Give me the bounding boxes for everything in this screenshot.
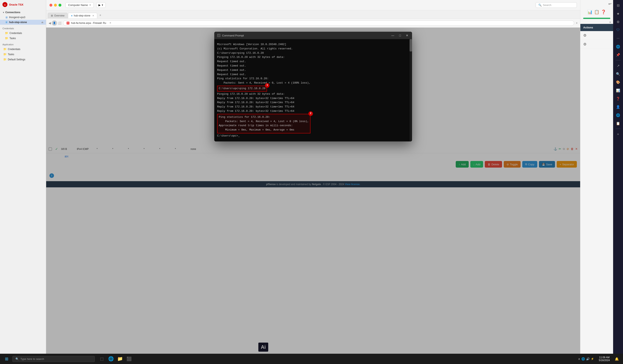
minimize-button[interactable] (54, 4, 57, 7)
ext-color-icon[interactable]: 🎨 (614, 78, 622, 86)
tray-battery-icon[interactable]: ⚡ (591, 357, 594, 360)
ext-more-icon[interactable]: ··· (614, 35, 622, 42)
taskbar-search[interactable]: 🔍 Type here to search (12, 356, 95, 362)
search-bar[interactable]: 🔍 Search (536, 2, 577, 8)
ext-star-icon[interactable]: ★ (614, 10, 622, 17)
folder-icon-4: 📁 (3, 53, 7, 56)
tab-hub-step-stone[interactable]: ● hub-step-stone ✕ (68, 13, 97, 18)
sidebar: ▲ Oracle TSX ▼ Connections 🖥 ihoogend-vp… (0, 0, 46, 364)
cmd-stats-4: Minimum = 0ms, Maximum = 0ms, Average = … (219, 128, 309, 132)
cmd-line-19: Reply from 172.16.0.20: bytes=32 time<1m… (217, 105, 409, 109)
cmd-maximize-btn[interactable]: □ (399, 34, 402, 37)
sidebar-item-tasks-1[interactable]: 📁 Tasks (0, 36, 46, 41)
badge-1: 1 (265, 83, 269, 88)
play-button[interactable]: ▶ ▼ (96, 2, 106, 8)
ext-divider-2 (616, 129, 621, 129)
close-button[interactable] (49, 4, 52, 7)
actions-return-btn[interactable]: ↩ (608, 2, 611, 6)
cmd-close-btn[interactable]: ✕ (405, 34, 409, 37)
ext-forward-icon[interactable]: ↗ (614, 62, 622, 69)
sidebar-item-hub[interactable]: 🖥 hub-step-stone ⏏ (0, 20, 46, 25)
tray-area: ∧ 🌐 🔊 ⚡ (578, 357, 594, 361)
cmd-prompt-end: C:\Users\opc>_ (217, 134, 409, 138)
add-page-btn[interactable]: + (576, 21, 578, 25)
tray-up-icon[interactable]: ∧ (578, 357, 580, 361)
ext-search-ext-icon[interactable]: 🔍 (614, 70, 622, 78)
credentials-label: Credentials (9, 32, 22, 35)
connections-header[interactable]: ▼ Connections (0, 10, 46, 15)
browser-profile-btn[interactable]: 👤 (52, 20, 57, 26)
ext-add-icon[interactable]: + (614, 130, 622, 138)
start-button[interactable]: ⊞ (2, 355, 11, 363)
computer-name-selector[interactable]: Computer Name ▼ (66, 2, 94, 8)
tab-overview[interactable]: ⊞ Overview (48, 13, 67, 18)
sidebar-item-label-2: hub-step-stone (9, 21, 27, 24)
browser-new-tab-btn[interactable]: ⬜ (58, 21, 61, 25)
cmd-line-8: Request timed out. (217, 64, 409, 68)
taskbar-clock[interactable]: 11:09 AM 5/16/2024 (597, 356, 611, 362)
cmd-overlay: ⬛ Command Prompt — □ ✕ Microsoft Windows… (46, 28, 580, 364)
url-close-icon[interactable]: ✕ (109, 21, 111, 24)
ext-azure-icon[interactable]: 🌐 (614, 111, 622, 119)
edge-icon: 🌐 (108, 356, 114, 362)
folder-icon-1: 📁 (5, 31, 8, 35)
browser-bar: ◀ 👤 ⬜ 🛡 hub-fw.home.arpa - Firewall: Ru … (46, 19, 580, 28)
maximize-button[interactable] (59, 4, 61, 7)
cmd-titlebar: ⬛ Command Prompt — □ ✕ (214, 32, 412, 39)
help-icon[interactable]: ❓ (601, 9, 606, 14)
tray-network-icon[interactable]: 🌐 (581, 357, 585, 361)
taskbar-task-view[interactable]: ⬚ (98, 355, 106, 363)
action-item-1[interactable]: ⚙ (580, 31, 613, 40)
taskbar-edge[interactable]: 🌐 (107, 355, 114, 363)
tray-volume-icon[interactable]: 🔊 (586, 357, 590, 361)
ext-question-icon[interactable]: ❓ (614, 95, 622, 102)
notifications-icon[interactable]: 🔔 (613, 355, 621, 363)
taskbar-terminal[interactable]: ⬛ (125, 355, 133, 363)
cmd-line-17: Reply from 172.16.0.20: bytes=32 time<1m… (217, 96, 409, 101)
close-row: ✕ (580, 21, 613, 24)
add-tab-button[interactable]: + (98, 12, 103, 18)
bar-chart-icon[interactable]: 📊 (587, 9, 593, 14)
ext-columns-icon[interactable]: ⊟ (614, 2, 622, 9)
taskbar-explorer[interactable]: 📁 (116, 355, 124, 363)
app-credentials-label: Credentials (8, 48, 20, 51)
top-bar: Computer Name ▼ ▶ ▼ 🔍 Search (46, 0, 580, 10)
highlight-box-1: C:\Users\opc>ping 172.16.0.20 1 (217, 86, 267, 92)
ext-chart-icon[interactable]: 📊 (614, 87, 622, 94)
cmd-line-13: Packets: Sent = 4, Received = 0, Lost = … (217, 81, 409, 85)
scrollbar-thumb[interactable] (410, 39, 412, 51)
clock-date: 5/16/2024 (599, 359, 610, 362)
connections-label: Connections (5, 11, 20, 14)
ext-edge-icon[interactable]: 🌐 (614, 43, 622, 50)
server-icon-2: 🖥 (5, 21, 8, 24)
cmd-stats-1: Ping statistics for 172.16.0.20: (219, 115, 309, 119)
cmd-line-4: C:\Users\opc>ping 172.16.0.20 (217, 51, 409, 55)
browser-extensions-sidebar: ⊟ ★ ⚙ 🛡 ··· 🌐 📌 ↗ 🔍 🎨 📊 ❓ 👤 🌐 📋 + (613, 0, 623, 364)
scrollbar-track[interactable] (410, 39, 412, 141)
url-bar[interactable]: 🛡 hub-fw.home.arpa - Firewall: Ru ✕ (63, 20, 574, 26)
sidebar-item-ihoogend[interactable]: 🖥 ihoogend-vps3 (0, 15, 46, 20)
cmd-minimize-btn[interactable]: — (391, 34, 395, 37)
sidebar-item-credentials-2[interactable]: 📁 Credentials (0, 46, 46, 52)
highlight-box-2: Ping statistics for 172.16.0.20: Packets… (217, 114, 311, 133)
ext-clipboard-icon[interactable]: 📋 (614, 120, 622, 127)
ext-pin-icon[interactable]: 📌 (614, 51, 622, 59)
server-icon-1: 🖥 (5, 16, 8, 19)
ext-shield-icon[interactable]: 🛡 (614, 26, 622, 34)
sidebar-item-default[interactable]: 📁 Default Settings (0, 57, 46, 62)
cmd-line-20: Reply from 172.16.0.20: bytes=32 time<1m… (217, 109, 409, 113)
notification-bell-icon: 🔔 (615, 357, 619, 361)
clock-time: 11:09 AM (599, 356, 610, 359)
oracle-title: Oracle TSX (9, 3, 23, 6)
chevron-down-icon: ▼ (89, 4, 91, 6)
ext-user-icon[interactable]: 👤 (614, 103, 622, 110)
ext-settings-icon[interactable]: ⚙ (614, 18, 622, 25)
sidebar-item-credentials-1[interactable]: 📁 Credentials (0, 30, 46, 36)
table-icon[interactable]: 📋 (594, 9, 599, 14)
browser-back-btn[interactable]: ◀ (49, 21, 51, 25)
close-tab-icon[interactable]: ✕ (92, 14, 94, 17)
sidebar-item-tasks-2[interactable]: 📁 Tasks (0, 52, 46, 57)
eject-icon[interactable]: ⏏ (41, 21, 44, 24)
panel-close-icon[interactable]: ✕ (609, 21, 611, 24)
action-item-2[interactable]: ⚙ (580, 40, 613, 49)
